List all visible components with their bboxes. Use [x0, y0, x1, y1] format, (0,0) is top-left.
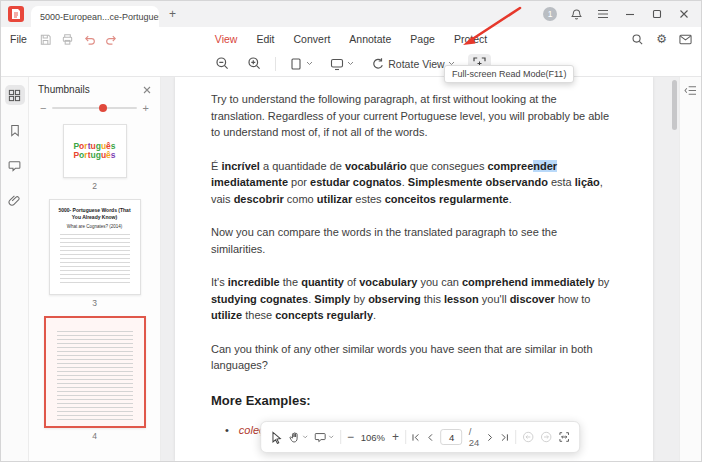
thumbnails-panel-title: Thumbnails	[38, 84, 90, 95]
search-icon[interactable]	[631, 33, 644, 46]
thumbnail-size-slider: − +	[29, 99, 160, 122]
read-mode-dropdown[interactable]	[326, 55, 358, 73]
titlebar-controls: 1	[543, 6, 701, 22]
thumbnails-panel: Thumbnails − + PortuguêsPortuguês 2 5000…	[29, 77, 161, 461]
thumbnail-label: 4	[92, 431, 97, 441]
document-paragraph: Now you can compare the words in the tra…	[211, 224, 611, 257]
thumbnails-panel-button[interactable]	[5, 85, 25, 105]
tab-page[interactable]: Page	[410, 33, 435, 45]
thumbnail-list: PortuguêsPortuguês 2 5000- Portuguese Wo…	[29, 122, 160, 461]
zoom-in-button[interactable]: +	[392, 431, 399, 443]
menu-bar: File View Edit Convert Annotate Page Pro…	[1, 27, 701, 51]
prev-page-button[interactable]	[427, 433, 435, 442]
slider-knob[interactable]	[99, 104, 107, 112]
attachments-panel-button[interactable]	[5, 190, 25, 210]
thumbnail-label: 3	[92, 298, 97, 308]
previous-view-button[interactable]	[522, 431, 534, 443]
first-page-button[interactable]	[412, 433, 421, 442]
bookmarks-panel-button[interactable]	[5, 120, 25, 140]
comments-panel-button[interactable]	[5, 155, 25, 175]
notification-badge[interactable]: 1	[543, 7, 557, 21]
zoom-out-button[interactable]: −	[347, 431, 354, 443]
title-bar: 5000-European...ce-Portuguese + 1	[1, 1, 701, 27]
page-display-dropdown[interactable]	[285, 55, 317, 73]
thumbnail-label: 2	[92, 181, 97, 191]
hand-tool-dropdown[interactable]	[288, 431, 308, 444]
bullet-point: •	[225, 422, 229, 439]
menubar-right-icons: ⚙	[631, 33, 692, 46]
slider-minus-button[interactable]: −	[40, 102, 46, 114]
vertical-scrollbar[interactable]	[672, 80, 677, 130]
save-icon[interactable]	[39, 33, 52, 46]
zoom-in-tool-button[interactable]	[243, 54, 266, 73]
zoom-level[interactable]: 106%	[360, 432, 386, 443]
file-menu-button[interactable]: File	[10, 33, 27, 45]
annotation-tool-dropdown[interactable]	[314, 431, 334, 443]
panel-close-icon[interactable]	[143, 86, 151, 94]
view-toolbar: Rotate View	[1, 51, 701, 77]
fit-width-button[interactable]	[558, 431, 570, 443]
zoom-out-tool-button[interactable]	[211, 54, 234, 73]
slider-plus-button[interactable]: +	[143, 102, 149, 114]
tab-protect[interactable]: Protect	[454, 33, 487, 45]
document-paragraphs: Try to understand the following paragrap…	[211, 91, 611, 374]
new-tab-button[interactable]: +	[169, 8, 176, 20]
pdf-page[interactable]: Try to understand the following paragrap…	[175, 77, 653, 461]
document-paragraph: É incrível a quantidade de vocabulário q…	[211, 158, 611, 208]
thumbnail-page-3[interactable]: 5000- Portuguese Words (That You Already…	[49, 199, 141, 295]
tab-annotate[interactable]: Annotate	[349, 33, 391, 45]
app-menu-icon[interactable]	[595, 6, 611, 22]
thumbnail-title-text: 5000- Portuguese Words (That You Already…	[56, 207, 134, 221]
thumbnail-text-lines	[60, 234, 130, 286]
app-window: 5000-European...ce-Portuguese + 1 File	[0, 0, 702, 462]
last-page-button[interactable]	[500, 433, 509, 442]
next-page-button[interactable]	[486, 433, 494, 442]
tab-convert[interactable]: Convert	[294, 33, 331, 45]
document-paragraph: It's incredible the quantity of vocabula…	[211, 274, 611, 324]
slider-track[interactable]	[52, 107, 136, 109]
toolbar-divider	[275, 57, 276, 71]
quick-access-icons	[39, 33, 118, 46]
thumbnail-subtitle-text: What are Cognates? (2014)	[56, 224, 134, 229]
thumbnail-page-2[interactable]: PortuguêsPortuguês	[63, 124, 127, 178]
page-total-label: / 24	[469, 426, 480, 448]
document-paragraph: Can you think of any other similar words…	[211, 341, 611, 374]
document-tab-title: 5000-European...ce-Portuguese	[40, 12, 159, 22]
left-icon-rail	[1, 77, 29, 461]
toolbar-divider	[405, 430, 406, 444]
page-number-input[interactable]	[441, 429, 463, 445]
tab-view[interactable]: View	[215, 33, 238, 45]
tab-edit[interactable]: Edit	[256, 33, 274, 45]
next-view-button[interactable]	[540, 431, 552, 443]
app-logo-icon	[8, 6, 24, 22]
floating-toolbar: − 106% + / 24	[260, 421, 580, 453]
mail-icon[interactable]	[679, 34, 692, 45]
select-tool-button[interactable]	[270, 431, 282, 444]
fullscreen-tooltip: Full-screen Read Mode(F11)	[444, 65, 574, 83]
ribbon-tabs: View Edit Convert Annotate Page Protect	[215, 33, 487, 45]
right-panel-toggle-icon[interactable]	[684, 85, 697, 461]
print-icon[interactable]	[61, 33, 74, 46]
close-button[interactable]	[676, 6, 692, 22]
right-icon-rail	[679, 77, 701, 461]
toolbar-divider	[515, 430, 516, 444]
toolbar-divider	[340, 430, 341, 444]
document-tab[interactable]: 5000-European...ce-Portuguese	[31, 6, 159, 27]
bell-icon[interactable]	[568, 6, 584, 22]
maximize-button[interactable]	[649, 6, 665, 22]
undo-icon[interactable]	[83, 33, 96, 46]
colorful-title: PortuguêsPortuguês	[73, 142, 115, 161]
main-body: Thumbnails − + PortuguêsPortuguês 2 5000…	[1, 77, 701, 461]
thumbnail-text-lines	[57, 331, 133, 423]
redo-icon[interactable]	[105, 33, 118, 46]
gear-icon[interactable]: ⚙	[656, 33, 667, 45]
rotate-view-label: Rotate View	[388, 58, 444, 70]
document-heading: More Examples:	[211, 391, 611, 411]
document-area: Try to understand the following paragrap…	[161, 77, 679, 461]
minimize-button[interactable]	[622, 6, 638, 22]
document-paragraph: Try to understand the following paragrap…	[211, 91, 611, 141]
thumbnail-page-4-selected[interactable]	[44, 316, 146, 428]
